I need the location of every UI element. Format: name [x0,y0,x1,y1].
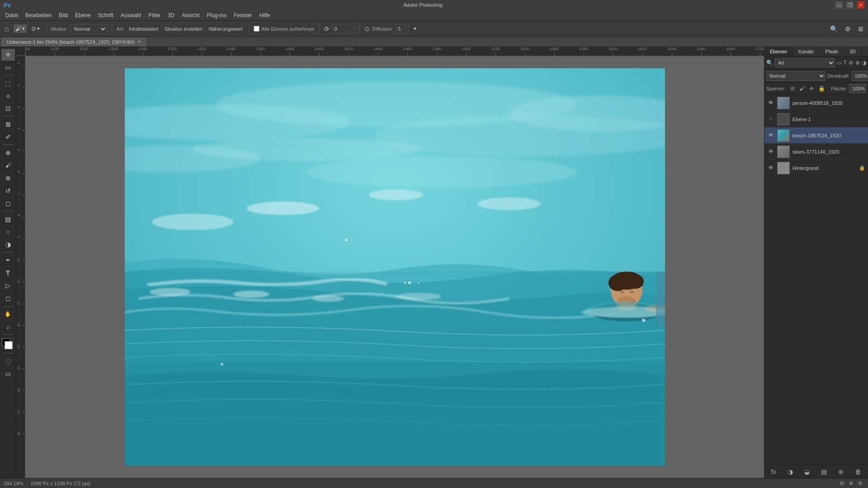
tool-quick-mask[interactable]: ◌ [1,355,15,367]
tool-eyedropper[interactable]: ✐ [1,131,15,143]
menu-ansicht[interactable]: Ansicht [178,11,203,19]
layer-vis-stairs[interactable]: 👁 [767,148,774,155]
structure-button[interactable]: Struktur erstellen [163,25,204,33]
layers-icon-2[interactable]: T [844,60,847,66]
layer-group-button[interactable]: ▤ [819,467,829,476]
menu-schrift[interactable]: Schrift [94,11,117,19]
document-tab[interactable]: Unbenannt-1 bei 294% (beach-1867524_1920… [2,38,146,46]
status-zoom: 294.14% [4,481,23,486]
menu-bearbeiten[interactable]: Bearbeiten [22,11,55,19]
lock-transparent-button[interactable]: ⊘ [789,85,796,92]
layer-fx-button[interactable]: fx [769,467,778,476]
tab-3d[interactable]: 3D [844,47,862,56]
layers-icon-1[interactable]: ▭ [837,60,842,66]
tool-hand[interactable]: ✋ [1,308,15,320]
layers-filter-select[interactable]: Art [775,58,835,67]
tool-zoom[interactable]: ⌕ [1,321,15,333]
content-aware-button[interactable]: Inhaltsbasiert [127,25,160,33]
tab-pfade[interactable]: Pfade [820,47,844,56]
tool-path-select[interactable]: ▷ [1,280,15,291]
background-color[interactable] [5,341,13,349]
layers-icon-5[interactable]: ◑ [862,60,866,66]
layer-mask-button[interactable]: ◑ [786,467,795,476]
search-button[interactable]: 🔍 [828,24,840,33]
brush-tool-button[interactable]: 🖌▾ [14,24,27,33]
layer-item-hintergrund[interactable]: 👁 Hintergrund 🔒 [764,160,868,176]
menu-datei[interactable]: Datei [2,11,22,19]
tool-artboard[interactable]: ▭ [1,61,15,73]
layers-icon-3[interactable]: ⚙ [849,60,854,66]
tool-object-select[interactable]: ⊡ [1,103,15,114]
arrange-button[interactable]: ⊞ [856,24,865,33]
menu-hilfe[interactable]: Hilfe [256,11,274,19]
all-layers-checkbox[interactable] [254,26,259,32]
menu-3d[interactable]: 3D [164,11,178,19]
tool-clone[interactable]: ⊗ [1,172,15,184]
tool-move[interactable]: ✛ [1,49,15,61]
layer-item-person[interactable]: 👁 person-4008516_1920 [764,95,868,111]
tool-eraser[interactable]: ◻ [1,197,15,209]
tab-ebenen[interactable]: Ebenen [764,47,793,56]
layer-vis-beach[interactable]: 👁 [767,132,774,139]
layer-item-ebene1[interactable]: 👁 Ebene 1 [764,111,868,127]
tool-rect-select[interactable]: ⬚ [1,77,15,89]
titlebar-right[interactable]: — ❐ ✕ [835,1,864,9]
tool-lasso[interactable]: ⌾ [1,90,15,102]
status-settings-button[interactable]: ⚙ [856,479,864,487]
angle-input[interactable] [332,24,350,34]
tool-text[interactable]: T [1,267,15,279]
doc-tab-close[interactable]: ✕ [137,39,141,44]
color-swatches[interactable] [2,338,14,351]
lock-all-button[interactable]: 🔒 [817,85,826,92]
ps-home-button[interactable]: ⌂ [3,24,11,34]
menu-auswahl[interactable]: Auswahl [117,11,145,19]
tool-brush[interactable]: 🖌 [1,160,15,171]
tool-history[interactable]: ↺ [1,185,15,197]
tab-kanale[interactable]: Kanäle [793,47,820,56]
layer-thumb-hintergrund [777,162,790,174]
tool-screen-mode[interactable]: ▭ [1,368,15,380]
mode-select[interactable]: Normal Abdunkeln Aufhellen [70,24,107,34]
menu-ebene[interactable]: Ebene [71,11,94,19]
workspace-button[interactable]: ⚙ [843,24,853,33]
layer-delete-button[interactable]: 🗑 [853,467,863,476]
tool-healing[interactable]: ⊕ [1,147,15,159]
status-arrange-button[interactable]: ⊟ [838,479,846,487]
tool-gradient[interactable]: ▤ [1,213,15,225]
svg-point-11 [152,214,233,230]
tool-blur[interactable]: ○ [1,226,15,238]
tool-pen[interactable]: ✒ [1,254,15,266]
opacity-input[interactable] [852,71,868,81]
tool-shape[interactable]: ◻ [1,292,15,304]
layer-vis-hintergrund[interactable]: 👁 [767,164,774,172]
diffusion-input[interactable] [396,24,409,34]
layers-icon-4[interactable]: ⊕ [855,60,860,66]
lock-position-button[interactable]: ✛ [808,85,815,92]
layer-vis-ebene1[interactable]: 👁 [767,116,774,123]
close-button[interactable]: ✕ [857,1,864,9]
layer-vis-person[interactable]: 👁 [767,99,774,107]
tool-dodge[interactable]: ◑ [1,239,15,250]
lock-pixels-button[interactable]: 🖌 [798,85,806,92]
toolbar-separator-5 [359,23,360,34]
menu-bild[interactable]: Bild [55,11,71,19]
menu-filter[interactable]: Filter [145,11,164,19]
minimize-button[interactable]: — [835,1,843,9]
status-zoom-button[interactable]: ⊕ [847,479,855,487]
fill-input[interactable] [849,84,866,93]
layer-new-button[interactable]: ⊕ [836,467,845,476]
left-toolbar: ✛ ▭ ⬚ ⌾ ⊡ ⊠ ✐ ⊕ 🖌 ⊗ ↺ ◻ ▤ ○ ◑ ✒ T ▷ ◻ ✋ … [0,47,16,478]
menu-plugins[interactable]: Plug-ins [203,11,230,19]
proximity-button[interactable]: Näherungswert [207,25,244,33]
tool-crop[interactable]: ⊠ [1,118,15,130]
layer-adjustment-button[interactable]: ◒ [802,467,811,476]
blend-mode-select[interactable]: Normal Abdunkeln Multiplizieren Aufhelle… [766,71,826,81]
canvas-container[interactable] [25,56,764,478]
diffusion-dropdown[interactable]: ▾ [412,25,418,33]
layer-item-beach[interactable]: 👁 beach-1867524_1920 [764,127,868,144]
maximize-button[interactable]: ❐ [846,1,854,9]
menu-fenster[interactable]: Fenster [230,11,256,19]
healing-brush-button[interactable]: ⊙▾ [29,24,42,33]
layer-item-stairs[interactable]: 👁 stairs-3771140_1920 [764,144,868,160]
art-label: Art: [117,26,124,32]
